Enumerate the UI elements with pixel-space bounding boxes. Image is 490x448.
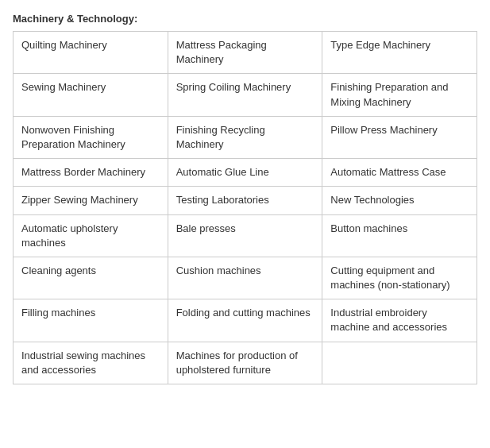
- cell-r2-c0: Nonwoven Finishing Preparation Machinery: [14, 116, 168, 158]
- cell-r0-c2: Type Edge Machinery: [322, 32, 477, 74]
- cell-r7-c0: Filling machines: [14, 299, 168, 342]
- cell-r4-c2: New Technologies: [322, 187, 477, 214]
- cell-r3-c2: Automatic Mattress Case: [322, 159, 477, 187]
- table-row: Sewing MachinerySpring Coiling Machinery…: [14, 74, 477, 116]
- cell-r0-c1: Mattress Packaging Machinery: [168, 32, 322, 74]
- cell-r5-c1: Bale presses: [168, 214, 322, 257]
- cell-r8-c2: [322, 342, 477, 384]
- cell-r7-c2: Industrial embroidery machine and access…: [322, 299, 477, 342]
- cell-r5-c0: Automatic upholstery machines: [14, 214, 168, 257]
- table-row: Nonwoven Finishing Preparation Machinery…: [14, 116, 477, 158]
- cell-r6-c1: Cushion machines: [168, 257, 322, 299]
- table-row: Automatic upholstery machinesBale presse…: [14, 214, 477, 257]
- cell-r2-c2: Pillow Press Machinery: [322, 116, 477, 158]
- cell-r4-c0: Zipper Sewing Machinery: [14, 187, 168, 214]
- table-row: Zipper Sewing MachineryTesting Laborator…: [14, 187, 477, 214]
- table-row: Cleaning agentsCushion machinesCutting e…: [14, 257, 477, 299]
- cell-r3-c1: Automatic Glue Line: [168, 159, 322, 187]
- cell-r8-c0: Industrial sewing machines and accessori…: [14, 342, 168, 384]
- table-row: Mattress Border MachineryAutomatic Glue …: [14, 159, 477, 187]
- cell-r0-c0: Quilting Machinery: [14, 32, 168, 74]
- cell-r7-c1: Folding and cutting machines: [168, 299, 322, 342]
- machinery-table: Quilting MachineryMattress Packaging Mac…: [13, 31, 477, 384]
- table-row: Quilting MachineryMattress Packaging Mac…: [14, 32, 477, 74]
- cell-r8-c1: Machines for production of upholstered f…: [168, 342, 322, 384]
- cell-r6-c2: Cutting equipment and machines (non-stat…: [322, 257, 477, 299]
- cell-r3-c0: Mattress Border Machinery: [14, 159, 168, 187]
- cell-r1-c2: Finishing Preparation and Mixing Machine…: [322, 74, 477, 116]
- table-row: Filling machinesFolding and cutting mach…: [14, 299, 477, 342]
- cell-r6-c0: Cleaning agents: [14, 257, 168, 299]
- table-row: Industrial sewing machines and accessori…: [14, 342, 477, 384]
- section-title: Machinery & Technology:: [13, 13, 477, 25]
- cell-r2-c1: Finishing Recycling Machinery: [168, 116, 322, 158]
- cell-r4-c1: Testing Laboratories: [168, 187, 322, 214]
- cell-r5-c2: Button machines: [322, 214, 477, 257]
- cell-r1-c1: Spring Coiling Machinery: [168, 74, 322, 116]
- cell-r1-c0: Sewing Machinery: [14, 74, 168, 116]
